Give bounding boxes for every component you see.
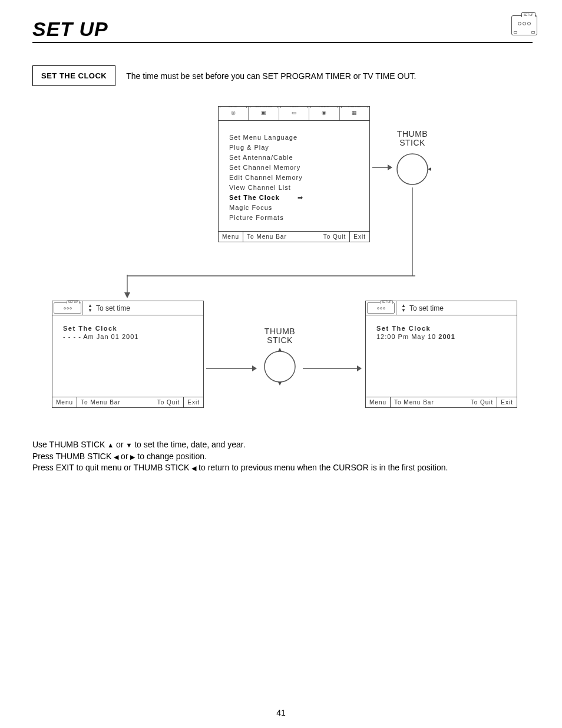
flow-line-down	[411, 187, 414, 276]
panel-hint: ▲▼ To set time	[83, 301, 203, 315]
footer-mid: To Menu Bar	[77, 397, 154, 407]
footer-exit: Exit	[497, 397, 517, 407]
tab-theater: THEATER▦	[340, 107, 369, 120]
clock-after-title: Set The Clock	[376, 325, 508, 332]
flow-arrow-into-stick-icon	[206, 364, 257, 373]
menu-item: Edit Channel Memory	[229, 173, 362, 183]
thumb-stick-right: THUMB STICK	[392, 130, 433, 188]
svg-marker-14	[357, 365, 362, 371]
footer-menu: Menu	[219, 232, 243, 242]
instruction-line: Press EXIT to quit menu or THUMB STICK ◀…	[32, 462, 448, 474]
updown-triangles-icon: ▲▼	[88, 304, 92, 312]
svg-marker-1	[428, 167, 431, 171]
menu-body: Set Menu Language Plug & Play Set Antenn…	[219, 121, 369, 231]
svg-marker-10	[278, 382, 282, 386]
page-number: 41	[0, 708, 562, 717]
tab-customize: CUSTOMIZE▣	[249, 107, 279, 120]
flow-arrow-out-stick-icon	[303, 364, 362, 373]
intro-text: The time must be set before you can SET …	[126, 71, 416, 81]
instruction-line: Press THUMB STICK ◀ or ▶ to change posit…	[32, 451, 448, 463]
footer-exit: Exit	[350, 232, 369, 242]
page-title: SET UP	[32, 18, 533, 41]
panel-hint: ▲▼ To set time	[396, 301, 517, 315]
tab-audio: AUDIO◉	[309, 107, 339, 120]
clock-before-value: - - - - Am Jan 01 2001	[63, 333, 195, 340]
svg-marker-7	[124, 292, 130, 298]
menu-tabs: SETUP◎ CUSTOMIZE▣ VIDEO▭ AUDIO◉ THEATER▦	[219, 107, 369, 121]
instructions: Use THUMB STICK ▲ or ▼ to set the time, …	[32, 439, 448, 474]
menu-item: Picture Formats	[229, 213, 362, 223]
flow-arrow-right-icon	[372, 163, 392, 172]
thumb-stick-icon	[392, 150, 433, 188]
footer-menu: Menu	[366, 397, 391, 407]
setup-mini-icon: SETUP	[52, 301, 83, 315]
triangle-left-icon: ◀	[114, 453, 118, 460]
thumb-stick-label: THUMB STICK	[392, 130, 433, 148]
clock-panel-before: SETUP ▲▼ To set time Set The Clock - - -…	[52, 301, 204, 408]
clock-after-value: 12:00 Pm May 10 2001	[376, 333, 508, 340]
footer-mid: To Menu Bar	[243, 232, 320, 242]
footer-quit: To Quit	[154, 397, 184, 407]
triangle-down-icon: ▼	[125, 442, 132, 449]
tab-setup: SETUP◎	[219, 107, 249, 120]
flow-arrow-down-icon	[123, 275, 131, 298]
svg-marker-9	[278, 348, 282, 351]
setup-badge-tab: SETUP	[521, 12, 535, 17]
thumb-stick-label: THUMB STICK	[259, 327, 300, 345]
setup-mini-icon: SETUP	[366, 301, 396, 315]
thumb-stick-icon	[259, 348, 300, 386]
footer-quit: To Quit	[320, 232, 351, 242]
svg-marker-3	[388, 164, 392, 170]
setup-badge: SETUP	[511, 15, 537, 35]
triangle-up-icon: ▲	[107, 442, 114, 449]
arrow-right-icon: ➡	[297, 193, 303, 203]
footer-exit: Exit	[184, 397, 203, 407]
menu-item: View Channel List	[229, 183, 362, 193]
updown-triangles-icon: ▲▼	[401, 304, 406, 312]
menu-item: Plug & Play	[229, 143, 362, 153]
svg-marker-12	[252, 365, 257, 371]
instruction-line: Use THUMB STICK ▲ or ▼ to set the time, …	[32, 439, 448, 451]
clock-panel-after: SETUP ▲▼ To set time Set The Clock 12:00…	[365, 301, 517, 408]
menu-item: Magic Focus	[229, 203, 362, 213]
flow-line-horizontal	[127, 275, 415, 277]
section-heading: SET THE CLOCK	[32, 65, 115, 86]
footer-menu: Menu	[52, 397, 77, 407]
menu-item: Set Antenna/Cable	[229, 153, 362, 163]
menu-item: Set Menu Language	[229, 133, 362, 143]
tab-video: VIDEO▭	[279, 107, 309, 120]
footer-mid: To Menu Bar	[391, 397, 467, 407]
menu-item: Set Channel Memory	[229, 163, 362, 173]
thumb-stick-middle: THUMB STICK	[259, 327, 300, 386]
main-menu-panel: SETUP◎ CUSTOMIZE▣ VIDEO▭ AUDIO◉ THEATER▦…	[218, 106, 370, 242]
clock-before-title: Set The Clock	[63, 325, 195, 332]
menu-item-selected: Set The Clock➡	[229, 193, 362, 203]
svg-point-8	[265, 351, 295, 382]
svg-point-0	[397, 154, 428, 185]
footer-quit: To Quit	[467, 397, 498, 407]
